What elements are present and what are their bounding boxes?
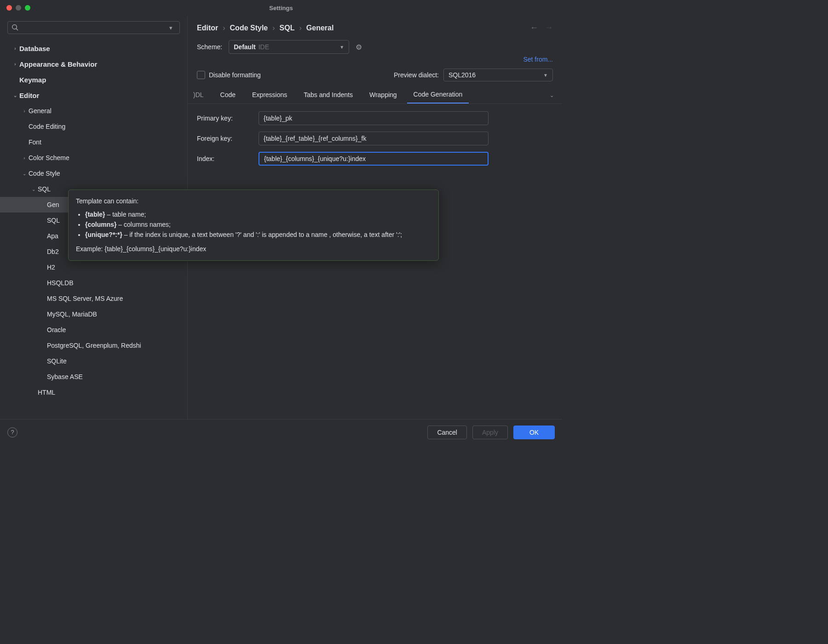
tab-tabs-and-indents[interactable]: Tabs and Indents <box>297 87 359 103</box>
chevron-down-icon: ▼ <box>543 73 548 78</box>
sidebar-item-keymap[interactable]: Keymap <box>0 72 187 87</box>
gear-icon[interactable]: ⚙ <box>356 43 362 52</box>
tree-item-label: Code Style <box>29 170 60 177</box>
scheme-label: Scheme: <box>197 43 222 51</box>
tree-item-label: HSQLDB <box>47 279 74 287</box>
tree-item-label: Sybase ASE <box>47 373 83 380</box>
chevron-right-icon: › <box>223 24 225 32</box>
disable-formatting-label: Disable formatting <box>209 71 261 79</box>
foreign-key-label: Foreign key: <box>197 135 251 142</box>
index-input[interactable] <box>259 152 489 166</box>
tree-item-label: Gen <box>47 201 59 208</box>
tree-item-label: Oracle <box>47 326 66 334</box>
sidebar-item-sqlite[interactable]: SQLite <box>0 353 187 369</box>
sidebar-item-code-editing[interactable]: Code Editing <box>0 119 187 134</box>
tree-item-label: H2 <box>47 264 55 271</box>
primary-key-input[interactable] <box>259 111 489 125</box>
scheme-select[interactable]: Default IDE ▼ <box>229 40 349 54</box>
sidebar-item-html[interactable]: HTML <box>0 385 187 400</box>
back-button[interactable]: ← <box>530 23 538 33</box>
tree-item-label: Color Scheme <box>29 154 69 161</box>
breadcrumb-item[interactable]: General <box>306 24 334 32</box>
tab-code-generation[interactable]: Code Generation <box>407 87 469 104</box>
dropdown-icon[interactable]: ▾ <box>169 24 176 31</box>
breadcrumb: Editor›Code Style›SQL›General <box>197 24 334 32</box>
tree-item-label: PostgreSQL, Greenplum, Redshi <box>47 342 141 349</box>
scheme-value: Default <box>234 43 255 51</box>
tree-item-label: MySQL, MariaDB <box>47 310 97 318</box>
primary-key-label: Primary key: <box>197 115 251 122</box>
sidebar-item-ms-sql-server-ms-azure[interactable]: MS SQL Server, MS Azure <box>0 291 187 306</box>
chevron-down-icon: ⌄ <box>29 187 38 192</box>
tree-item-label: Font <box>29 138 41 146</box>
tab-code[interactable]: Code <box>214 87 242 103</box>
tab-expressions[interactable]: Expressions <box>246 87 293 103</box>
preview-dialect-value: SQL2016 <box>448 71 476 79</box>
tooltip-title: Template can contain: <box>76 196 431 206</box>
tree-item-label: Keymap <box>19 76 46 84</box>
footer: ? Cancel Apply OK <box>0 419 562 445</box>
checkbox-icon <box>197 71 205 79</box>
tree-item-label: MS SQL Server, MS Azure <box>47 295 123 302</box>
foreign-key-input[interactable] <box>259 132 489 145</box>
tree-item-label: General <box>29 107 52 115</box>
tab-partial[interactable]: )DL <box>192 87 210 103</box>
chevron-right-icon: › <box>272 24 275 32</box>
sidebar-item-oracle[interactable]: Oracle <box>0 322 187 338</box>
sidebar-item-hsqldb[interactable]: HSQLDB <box>0 275 187 291</box>
tree-item-label: SQL <box>47 217 60 224</box>
tree-item-label: SQLite <box>47 357 67 365</box>
tree-item-label: SQL <box>38 185 51 193</box>
cancel-button[interactable]: Cancel <box>427 426 467 439</box>
tree-item-label: Database <box>19 45 50 52</box>
window-title: Settings <box>0 5 562 12</box>
sidebar-item-database[interactable]: ›Database <box>0 40 187 56</box>
titlebar: Settings <box>0 0 562 16</box>
forward-button: → <box>545 23 553 33</box>
tooltip-item: {unique?*:*} – if the index is unique, a… <box>85 230 431 240</box>
sidebar-item-editor[interactable]: ⌄Editor <box>0 87 187 103</box>
tooltip-list: {table} – table name;{columns} – columns… <box>76 210 431 240</box>
sidebar-item-font[interactable]: Font <box>0 134 187 150</box>
sidebar-item-postgresql-greenplum-redshi[interactable]: PostgreSQL, Greenplum, Redshi <box>0 338 187 353</box>
tooltip-item: {columns} – columns names; <box>85 220 431 230</box>
sidebar-item-sybase-ase[interactable]: Sybase ASE <box>0 369 187 385</box>
index-label: Index: <box>197 155 251 162</box>
search-field[interactable] <box>21 24 169 31</box>
sidebar-item-h2[interactable]: H2 <box>0 259 187 275</box>
tree-item-label: HTML <box>38 389 55 396</box>
scheme-badge: IDE <box>259 43 269 51</box>
ok-button[interactable]: OK <box>513 426 555 439</box>
breadcrumb-item[interactable]: Code Style <box>230 24 268 32</box>
sidebar-item-mysql-mariadb[interactable]: MySQL, MariaDB <box>0 306 187 322</box>
breadcrumb-item[interactable]: SQL <box>280 24 295 32</box>
tree-item-label: Apa <box>47 232 58 240</box>
tab-wrapping[interactable]: Wrapping <box>363 87 403 103</box>
help-button[interactable]: ? <box>7 427 17 437</box>
sidebar-item-general[interactable]: ›General <box>0 103 187 119</box>
template-tooltip: Template can contain: {table} – table na… <box>68 190 439 261</box>
apply-button: Apply <box>472 426 508 439</box>
tree-item-label: Code Editing <box>29 123 65 130</box>
search-input[interactable]: ▾ <box>7 21 180 34</box>
sidebar-item-appearance-behavior[interactable]: ›Appearance & Behavior <box>0 56 187 72</box>
chevron-down-icon: ▼ <box>339 45 344 50</box>
tooltip-item: {table} – table name; <box>85 210 431 219</box>
tooltip-example: Example: {table}_{columns}_{unique?u:}in… <box>76 244 431 254</box>
chevron-right-icon: › <box>11 46 19 51</box>
set-from-link[interactable]: Set from... <box>523 56 553 63</box>
chevron-right-icon: › <box>20 155 29 161</box>
tabs-overflow-button[interactable]: ⌄ <box>547 91 557 100</box>
tree-item-label: Db2 <box>47 248 59 255</box>
chevron-right-icon: › <box>20 109 29 114</box>
sidebar-item-code-style[interactable]: ⌄Code Style <box>0 166 187 181</box>
nav-arrows: ← → <box>530 23 553 33</box>
search-icon <box>12 24 19 31</box>
sidebar-item-color-scheme[interactable]: ›Color Scheme <box>0 150 187 166</box>
preview-dialect-select[interactable]: SQL2016 ▼ <box>443 69 553 81</box>
breadcrumb-item[interactable]: Editor <box>197 24 218 32</box>
chevron-right-icon: › <box>299 24 301 32</box>
tree-item-label: Editor <box>19 92 39 99</box>
disable-formatting-checkbox[interactable]: Disable formatting <box>197 71 261 79</box>
chevron-down-icon: ⌄ <box>11 93 19 98</box>
